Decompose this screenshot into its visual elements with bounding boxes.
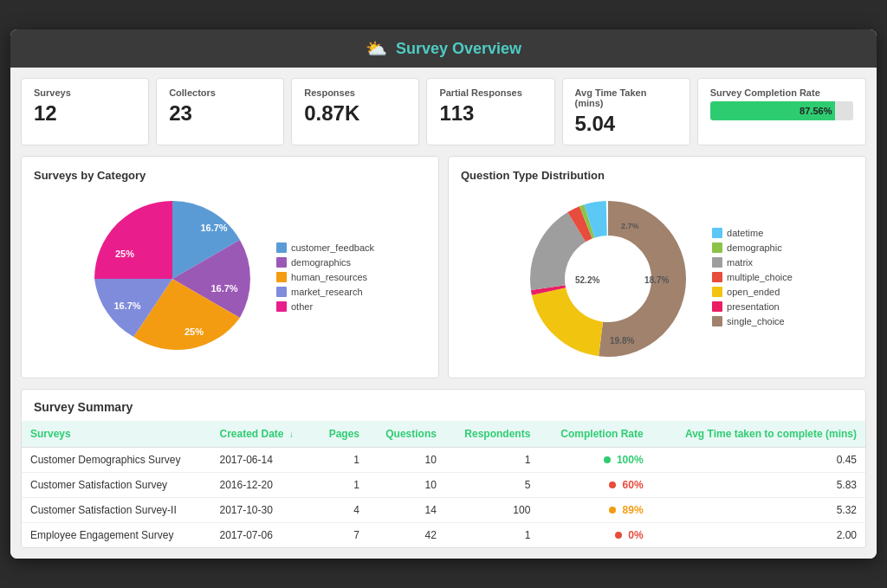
cell-avg-time: 5.32	[652, 498, 865, 523]
app-title: Survey Overview	[396, 40, 521, 58]
legend-demographic: demographic	[712, 242, 793, 253]
legend-color-market-research	[276, 287, 287, 297]
legend-demographics: demographics	[276, 257, 374, 268]
donut-legend: datetime demographic matrix multipl	[712, 228, 793, 331]
stat-completion-label: Survey Completion Rate	[710, 87, 853, 98]
completion-dot	[609, 507, 616, 514]
legend-multiple-choice: multiple_choice	[712, 272, 793, 282]
legend-datetime: datetime	[712, 228, 793, 238]
stat-collectors-label: Collectors	[169, 87, 271, 98]
col-avg-time[interactable]: Avg Time taken to complete (mins)	[652, 421, 865, 448]
donut-chart-title: Question Type Distribution	[461, 169, 853, 182]
cell-pages: 7	[314, 523, 369, 548]
stat-partial-label: Partial Responses	[439, 87, 541, 98]
col-surveys[interactable]: Surveys	[22, 421, 210, 448]
stat-avgtime-label: Avg Time Taken (mins)	[575, 87, 677, 108]
legend-label-demographic: demographic	[727, 242, 782, 253]
completion-bar-container: 87.56%	[710, 101, 853, 120]
legend-color-other	[276, 301, 287, 312]
stat-surveys-value: 12	[34, 101, 136, 126]
table-row: Customer Satisfaction Survey 2016-12-20 …	[22, 473, 865, 498]
pie-chart-svg: 16.7% 16.7% 25% 16.7% 25%	[86, 192, 259, 365]
charts-row: Surveys by Category 16.7%	[21, 156, 866, 378]
legend-color-demographic	[712, 242, 722, 253]
legend-label-multiple-choice: multiple_choice	[727, 272, 793, 282]
cell-survey-name: Customer Satisfaction Survey-II	[22, 498, 210, 523]
cell-respondents: 5	[445, 473, 539, 498]
legend-presentation: presentation	[712, 301, 793, 312]
cell-pages: 1	[314, 473, 369, 498]
legend-other: other	[276, 301, 374, 312]
completion-bar-fill: 87.56%	[710, 101, 836, 120]
legend-open-ended: open_ended	[712, 287, 793, 297]
stat-avgtime-value: 5.04	[575, 112, 677, 136]
legend-label-open-ended: open_ended	[727, 287, 780, 297]
cell-questions: 42	[368, 523, 445, 548]
stat-avgtime: Avg Time Taken (mins) 5.04	[562, 78, 690, 145]
col-created-date[interactable]: Created Date ↓	[210, 421, 314, 448]
cell-survey-name: Customer Demographics Survey	[22, 448, 210, 473]
cell-respondents: 100	[445, 498, 539, 523]
cell-respondents: 1	[445, 448, 539, 473]
cell-completion: 89%	[539, 498, 651, 523]
app-window: ⛅ Survey Overview Surveys 12 Collectors …	[10, 29, 877, 559]
completion-percent: 60%	[623, 479, 644, 491]
table-row: Employee Engagement Survey 2017-07-06 7 …	[22, 523, 865, 548]
legend-customer-feedback: customer_feedback	[276, 242, 374, 253]
survey-table: Surveys Created Date ↓ Pages Questions R…	[22, 421, 865, 547]
cell-questions: 10	[368, 448, 445, 473]
legend-label-matrix: matrix	[727, 257, 753, 268]
stat-surveys-label: Surveys	[34, 87, 136, 98]
donut-chart-card: Question Type Distribution	[448, 156, 866, 378]
legend-color-presentation	[712, 301, 722, 312]
table-row: Customer Satisfaction Survey-II 2017-10-…	[22, 498, 865, 523]
legend-label-market-research: market_research	[291, 287, 363, 297]
legend-matrix: matrix	[712, 257, 793, 268]
stats-row: Surveys 12 Collectors 23 Responses 0.87K…	[21, 78, 866, 145]
stat-responses-value: 0.87K	[304, 101, 406, 126]
completion-dot	[615, 532, 622, 539]
legend-single-choice: single_choice	[712, 316, 793, 326]
svg-text:16.7%: 16.7%	[210, 283, 237, 294]
pie-chart-inner: 16.7% 16.7% 25% 16.7% 25% customer_feedb…	[34, 192, 426, 365]
legend-color-human-resources	[276, 272, 287, 282]
col-respondents[interactable]: Respondents	[445, 421, 539, 448]
cell-pages: 1	[314, 448, 369, 473]
stat-collectors: Collectors 23	[156, 78, 284, 145]
legend-label-demographics: demographics	[291, 257, 351, 268]
cell-survey-name: Employee Engagement Survey	[22, 523, 210, 548]
cell-date: 2017-06-14	[210, 448, 314, 473]
stat-collectors-value: 23	[169, 101, 271, 126]
svg-text:52.2%: 52.2%	[575, 275, 599, 285]
survey-table-card: Survey Summary Surveys Created Date ↓ Pa…	[21, 389, 866, 548]
sort-arrow-icon: ↓	[289, 430, 294, 439]
completion-percent: 0%	[628, 529, 643, 541]
table-header-row: Surveys Created Date ↓ Pages Questions R…	[22, 421, 865, 448]
svg-text:25%: 25%	[185, 326, 204, 337]
legend-color-customer-feedback	[276, 242, 287, 253]
legend-label-other: other	[291, 301, 313, 312]
cell-date: 2017-10-30	[210, 498, 314, 523]
legend-color-multiple-choice	[712, 272, 722, 282]
table-body: Customer Demographics Survey 2017-06-14 …	[22, 448, 865, 548]
pie-chart-title: Surveys by Category	[34, 169, 426, 182]
legend-human-resources: human_resources	[276, 272, 374, 282]
col-questions[interactable]: Questions	[368, 421, 445, 448]
legend-color-matrix	[712, 257, 722, 268]
stat-responses-label: Responses	[304, 87, 406, 98]
col-pages[interactable]: Pages	[314, 421, 369, 448]
cell-avg-time: 0.45	[652, 448, 865, 473]
cell-avg-time: 5.83	[652, 473, 865, 498]
completion-dot	[609, 481, 616, 488]
svg-text:16.7%: 16.7%	[200, 223, 227, 233]
cell-completion: 0%	[539, 523, 651, 548]
table-title: Survey Summary	[22, 390, 865, 421]
legend-color-demographics	[276, 257, 287, 268]
cell-questions: 10	[368, 473, 445, 498]
cell-avg-time: 2.00	[652, 523, 865, 548]
main-content: Surveys 12 Collectors 23 Responses 0.87K…	[10, 68, 877, 559]
svg-text:25%: 25%	[115, 249, 134, 259]
legend-label-single-choice: single_choice	[727, 316, 785, 326]
col-completion-rate[interactable]: Completion Rate	[539, 421, 651, 448]
donut-chart-inner: 52.2% 19.8% 18.7% 2.7% datetime demograp…	[461, 192, 853, 365]
